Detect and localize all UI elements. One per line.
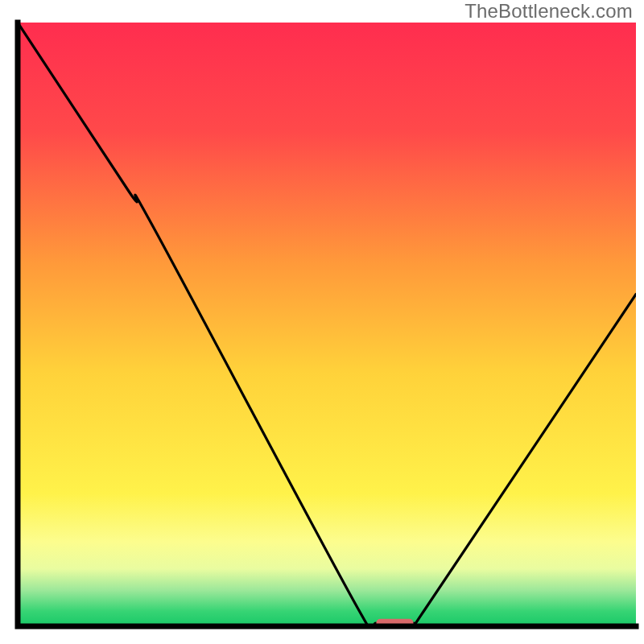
bottleneck-chart	[0, 0, 644, 644]
gradient-background	[18, 23, 636, 626]
watermark-text: TheBottleneck.com	[464, 0, 633, 23]
chart-container: TheBottleneck.com	[0, 0, 644, 644]
